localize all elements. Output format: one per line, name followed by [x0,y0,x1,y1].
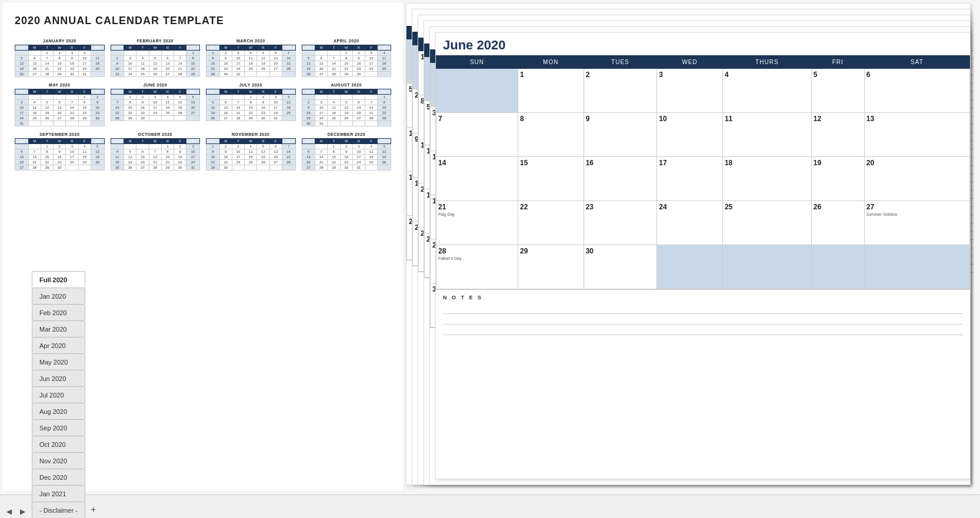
tab-add-button[interactable]: + [86,502,101,517]
tab-jun-2020[interactable]: Jun 2020 [32,370,85,386]
table-row: 3 [232,51,244,56]
table-row: 26 [174,111,186,116]
table-row [66,165,78,171]
table-row [124,51,136,56]
table-row: 18 [722,157,811,201]
mini-cal-february-2020: FEBRUARY 2020SuMTWRFSa123456789101112131… [111,39,201,77]
table-row: 13 [269,56,282,61]
table-row: 16 [352,61,365,66]
table-row: 15 [518,157,584,201]
table-row: 10 [78,56,91,61]
tab-next-arrow[interactable]: ▶ [16,506,28,517]
table-row: 11 [91,56,104,61]
table-row: 3 [269,95,282,100]
table-row: 25 [282,111,295,116]
table-row: 12 [257,56,269,61]
table-row: 2 [111,56,124,61]
tab-feb-2020[interactable]: Feb 2020 [32,304,85,320]
table-row: 16 [219,61,232,66]
table-row [136,51,149,56]
table-row: 23 [219,66,232,72]
mini-cal-title: SEPTEMBER 2020 [15,132,105,136]
table-row: 26 [302,72,315,77]
table-row [352,95,365,100]
table-row: 16 [111,66,124,72]
table-row: 16 [257,105,269,111]
table-row: 8 [54,56,66,61]
table-row: 6 [864,69,969,113]
mini-cal-title: APRIL 2020 [302,39,392,43]
table-row: 2 [302,100,315,105]
table-row: 30 [302,121,315,126]
table-row [15,144,29,149]
table-row: 8 [206,149,220,155]
table-row: 31 [232,72,244,77]
tab-jan-2020[interactable]: Jan 2020 [32,288,85,304]
table-row: 27 [269,66,282,72]
table-row: 10 [365,56,378,61]
table-row: 20 [302,160,315,165]
mini-cal-november-2020: NOVEMBER 2020SuMTWRFSa123456789101112131… [206,132,296,171]
tab---disclaimer--[interactable]: - Disclaimer - [32,502,85,518]
table-row: 1 [340,51,352,56]
table-row: 1 [206,144,220,149]
tab-bar: ◀ ▶ Full 2020Jan 2020Feb 2020Mar 2020Apr… [0,494,980,518]
table-row: 16 [174,155,186,160]
table-row: 31 [269,116,282,121]
table-row: 13 [136,155,149,160]
table-row: 27 [136,165,149,171]
tab-may-2020[interactable]: May 2020 [32,353,85,370]
table-row [41,95,53,100]
table-row [315,95,328,100]
table-row [365,95,378,100]
table-row: 29 [378,116,391,121]
table-row: 13 [352,105,365,111]
table-row: 10 [186,149,200,155]
tab-mar-2020[interactable]: Mar 2020 [32,320,85,337]
table-row: 10 [269,100,282,105]
table-row: 7 [328,56,340,61]
tab-jul-2020[interactable]: Jul 2020 [32,386,85,403]
table-row: 14 [315,155,328,160]
table-row: 29 [518,245,584,289]
table-row [340,121,352,126]
tab-dec-2020[interactable]: Dec 2020 [32,469,85,485]
table-row: 27 [186,111,200,116]
tab-aug-2020[interactable]: Aug 2020 [32,403,85,419]
table-row: 18 [245,61,257,66]
table-row: 14 [174,61,186,66]
tab-nov-2020[interactable]: Nov 2020 [32,452,85,469]
table-row: 9 [136,100,149,105]
table-row: 18 [282,105,295,111]
table-row: 23 [66,66,78,72]
table-row [302,51,315,56]
table-row: 14 [282,149,295,155]
table-row: 22 [206,66,220,72]
table-row: 23 [584,201,657,245]
table-row: 8 [518,113,584,157]
table-row: 4 [378,51,391,56]
table-row [149,116,161,121]
tab-apr-2020[interactable]: Apr 2020 [32,337,85,353]
table-row: 4 [28,100,41,105]
jun-header: June 2020 [436,33,970,55]
mini-cal-title: OCTOBER 2020 [111,132,201,136]
table-row: 12 [257,149,269,155]
table-row [232,165,244,171]
table-row: 6 [186,95,200,100]
tab-prev-arrow[interactable]: ◀ [3,506,15,517]
table-row: 25 [136,72,149,77]
table-row: 18 [111,160,124,165]
table-row: 21 [149,160,161,165]
table-row: 3 [186,144,200,149]
table-row: 27 [28,72,41,77]
tab-full-2020[interactable]: Full 2020 [32,271,85,288]
tab-oct-2020[interactable]: Oct 2020 [32,436,85,452]
mini-cal-september-2020: SEPTEMBER 2020SuMTWRFSa12345678910111213… [15,132,105,171]
table-row: 28 [41,72,53,77]
tab-sep-2020[interactable]: Sep 2020 [32,419,85,436]
table-row: 19 [811,157,864,201]
table-row: 8 [328,149,340,155]
tab-jan-2021[interactable]: Jan 2021 [32,485,85,502]
table-row: 2 [136,95,149,100]
